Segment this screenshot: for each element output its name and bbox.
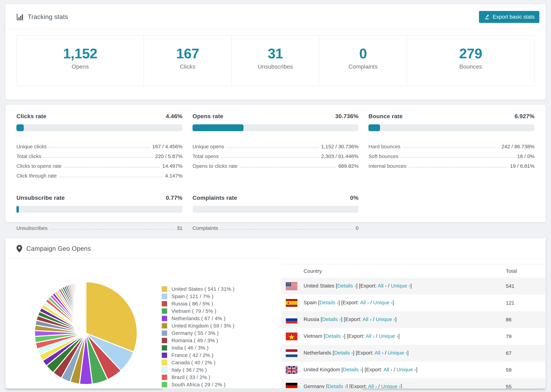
- total-cell: 121: [506, 294, 545, 311]
- table-row: Netherlands [Details ›] [Export: All › /…: [281, 345, 545, 362]
- rate-row-value: 14.497%: [162, 163, 182, 169]
- rate-value: 4.46%: [166, 113, 183, 119]
- rate-section-bounce: Bounce rate6.927%Hard bounces242 / 86.73…: [368, 113, 535, 179]
- rate-row-value: 242 / 86.738%: [502, 144, 535, 149]
- legend-label: Italy ( 36 / 2% ): [171, 367, 207, 373]
- country-column-header: Country: [281, 264, 506, 278]
- export-all-link[interactable]: All ›: [378, 283, 387, 288]
- summary-complaints: 0Complaints: [319, 35, 407, 86]
- rate-row: Opens to clicks rate689.82%: [192, 159, 359, 169]
- dotted-leader: [240, 167, 336, 168]
- rate-row-label: Hard bounces: [368, 144, 400, 149]
- details-link[interactable]: Details ›: [327, 384, 346, 389]
- below-card-element: [162, 389, 363, 392]
- country-cell: United Kingdom [Details ›] [Export: All …: [281, 362, 506, 378]
- country-name: Spain: [304, 300, 317, 305]
- rate-row-label: Total clicks: [16, 154, 41, 159]
- map-pin-icon: [16, 245, 22, 252]
- rate-row: Click through rate4.147%: [16, 169, 183, 179]
- rate-title: Clicks rate: [16, 113, 46, 119]
- legend-item: Canada ( 40 / 2% ): [162, 359, 234, 366]
- legend-item: United Kingdom ( 59 / 3% ): [162, 322, 234, 329]
- rate-row-value: 220 / 5.87%: [155, 154, 183, 159]
- table-row: Vietnam [Details ›] [Export: All › / Uni…: [281, 328, 545, 345]
- export-unique-link[interactable]: Unique ›: [391, 283, 410, 288]
- page-title: Tracking stats: [28, 13, 68, 21]
- bracket-text: [: [340, 367, 343, 372]
- rate-row-value: 167 / 4.456%: [152, 144, 183, 149]
- rate-row: Internal bounces19 / 6.81%: [368, 159, 535, 169]
- pie-legend: United States ( 541 / 31% )Spain ( 121 /…: [162, 285, 234, 388]
- ru-flag-icon: [286, 316, 297, 324]
- export-all-link[interactable]: All ›: [360, 300, 369, 305]
- export-unique-link[interactable]: Unique ›: [388, 350, 407, 356]
- nl-flag-icon: [286, 349, 297, 357]
- rate-row-label: Clicks to opens rate: [16, 163, 61, 169]
- details-link[interactable]: Details ›: [319, 300, 338, 305]
- table-row: Germany [Details ›] [Export: All › / Uni…: [281, 378, 545, 389]
- export-all-link[interactable]: All ›: [383, 367, 392, 372]
- summary-label: Bounces: [407, 63, 534, 70]
- export-unique-link[interactable]: Unique ›: [376, 316, 395, 322]
- bracket-text: /: [392, 367, 397, 372]
- table-row: United States [Details ›] [Export: All ›…: [281, 278, 545, 294]
- rate-section-opens: Opens rate30.736%Unique opens1,152 / 30.…: [192, 113, 359, 179]
- dotted-leader: [59, 177, 163, 177]
- export-unique-link[interactable]: Unique ›: [373, 300, 393, 305]
- rate-row: Clicks to opens rate14.497%: [16, 159, 183, 169]
- bracket-text: /: [369, 300, 373, 305]
- details-link[interactable]: Details ›: [337, 283, 356, 288]
- bracket-text: ]: [398, 333, 400, 339]
- legend-item: Spain ( 121 / 7% ): [162, 293, 234, 300]
- progress-track: [192, 206, 359, 213]
- legend-swatch: [162, 308, 167, 314]
- export-all-link[interactable]: All ›: [374, 350, 383, 356]
- rates-card: Clicks rate4.46%Unique clicks167 / 4.456…: [5, 104, 546, 222]
- rate-row-label: Complaints: [192, 225, 218, 231]
- export-unique-link[interactable]: Unique ›: [397, 367, 416, 372]
- legend-swatch: [162, 345, 167, 351]
- country-cell: Germany [Details ›] [Export: All › / Uni…: [281, 378, 506, 389]
- gb-flag-icon: [286, 366, 297, 374]
- export-unique-link[interactable]: Unique ›: [379, 333, 398, 339]
- rate-title: Unsubscribe rate: [16, 195, 65, 201]
- legend-label: India ( 46 / 3% ): [171, 345, 209, 351]
- geo-table: Country Total United States [Details ›] …: [281, 264, 545, 389]
- export-basic-stats-button[interactable]: Export basic stats: [479, 11, 539, 23]
- country-name: Netherlands: [304, 350, 331, 356]
- legend-item: Vietnam ( 79 / 5% ): [162, 307, 234, 315]
- details-link[interactable]: Details ›: [343, 367, 362, 372]
- bracket-text: [: [322, 333, 325, 339]
- dotted-leader: [403, 147, 499, 148]
- legend-item: Netherlands ( 67 / 4% ): [162, 315, 234, 322]
- summary-value: 167: [144, 46, 231, 61]
- details-link[interactable]: Details ›: [325, 333, 344, 339]
- legend-item: Brazil ( 33 / 2% ): [162, 373, 234, 381]
- legend-swatch: [162, 352, 167, 358]
- dotted-leader: [50, 229, 175, 230]
- bracket-text: ] [Export:: [338, 300, 360, 305]
- bracket-text: /: [387, 283, 391, 288]
- rate-row-label: Click through rate: [16, 173, 57, 179]
- summary-value: 0: [319, 46, 407, 61]
- export-all-link[interactable]: All ›: [366, 333, 374, 339]
- rate-section-unsubscribe: Unsubscribe rate0.77%Unsubscribes31: [16, 195, 183, 231]
- rate-row: Total opens2,303 / 61.446%: [192, 149, 359, 159]
- rate-value: 30.736%: [335, 113, 359, 119]
- us-flag-icon: [286, 282, 297, 290]
- summary-bounces: 279Bounces: [407, 35, 534, 86]
- legend-label: Spain ( 121 / 7% ): [171, 294, 213, 299]
- details-link[interactable]: Details ›: [334, 350, 353, 356]
- details-link[interactable]: Details ›: [322, 316, 341, 322]
- summary-value: 31: [232, 46, 319, 61]
- geo-title: Campaign Geo Opens: [26, 245, 91, 252]
- summary-value: 1,152: [17, 46, 144, 61]
- bracket-text: /: [383, 350, 388, 356]
- export-all-link[interactable]: All ›: [368, 384, 377, 389]
- export-all-link[interactable]: All ›: [363, 316, 372, 322]
- country-cell: Vietnam [Details ›] [Export: All › / Uni…: [281, 328, 506, 345]
- progress-fill: [16, 206, 19, 213]
- export-unique-link[interactable]: Unique ›: [381, 384, 401, 389]
- legend-swatch: [162, 367, 167, 373]
- rate-row-value: 1,152 / 30.736%: [321, 144, 359, 149]
